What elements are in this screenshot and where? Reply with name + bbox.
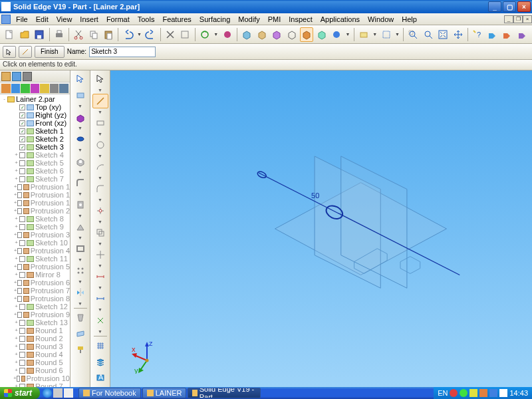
menu-modify[interactable]: Modify (234, 14, 263, 25)
round-tool[interactable] (72, 176, 88, 190)
tray-icon-4[interactable] (479, 389, 487, 397)
thinwall-tool[interactable] (72, 241, 88, 256)
finish-button[interactable]: Finish (35, 46, 65, 58)
tray-icon-3[interactable] (469, 389, 477, 397)
mdi-restore-button[interactable]: ❐ (513, 15, 523, 23)
close-button[interactable]: × (517, 1, 531, 12)
move-tool[interactable] (92, 247, 108, 262)
fillet-tool[interactable] (92, 182, 108, 196)
tree-item[interactable]: +Round 6 (0, 366, 70, 374)
tree-item[interactable]: +Sketch 9 (0, 223, 70, 231)
tree-item[interactable]: +Protrusion 9 (0, 311, 70, 319)
tree-item[interactable]: +Sketch 6 (0, 167, 70, 175)
mirror-tool[interactable] (72, 285, 88, 300)
undo-dropdown[interactable]: ▼ (136, 32, 142, 37)
rib-tool[interactable] (72, 219, 88, 234)
cube3-button[interactable] (270, 27, 284, 42)
grid-tool[interactable] (92, 338, 108, 353)
material-button[interactable] (220, 27, 234, 42)
view-triad[interactable]: z x y (130, 340, 164, 374)
tag2-button[interactable] (501, 27, 515, 42)
minimize-button[interactable]: _ (488, 1, 501, 12)
tree-root[interactable]: -Lainer 2.par (0, 95, 70, 103)
line-tool[interactable] (92, 94, 108, 108)
view-button[interactable] (379, 27, 393, 42)
cube2-button[interactable] (255, 27, 269, 42)
tree-item[interactable]: +Sketch 11 (0, 255, 70, 263)
tree-item[interactable]: +Protrusion 8 (0, 295, 70, 303)
hole-tool[interactable] (72, 198, 88, 212)
update-dropdown[interactable]: ▼ (213, 32, 219, 37)
copy-button[interactable] (86, 27, 100, 42)
menu-tools[interactable]: Tools (134, 14, 159, 25)
cube1-button[interactable] (240, 27, 254, 42)
menu-pmi[interactable]: PMI (264, 14, 285, 25)
new-button[interactable] (3, 27, 17, 42)
menu-features[interactable]: Features (158, 14, 195, 25)
protrusion-tool[interactable] (72, 110, 88, 124)
tree-tool-6[interactable] (50, 84, 59, 93)
dim-tool-1[interactable] (92, 269, 108, 284)
tray-icon-1[interactable] (450, 389, 458, 397)
tree-tool-5[interactable] (40, 84, 49, 93)
tree-item[interactable]: +Protrusion 1 (0, 199, 70, 207)
paint-tool[interactable] (72, 342, 88, 357)
circle-tool[interactable] (92, 138, 108, 152)
update-button[interactable] (198, 27, 212, 42)
offset-tool[interactable] (92, 225, 108, 240)
tree-item[interactable]: +Protrusion 2 (0, 207, 70, 215)
constraint-tool[interactable] (92, 313, 108, 328)
name-input[interactable] (89, 47, 156, 57)
redo-button[interactable] (144, 27, 158, 42)
tree-item[interactable]: +Sketch 8 (0, 215, 70, 223)
tree-item[interactable]: +Sketch 7 (0, 175, 70, 183)
print-button[interactable] (52, 27, 66, 42)
tree-item[interactable]: +Sketch 13 (0, 319, 70, 327)
tree-item[interactable]: +Sketch 5 (0, 159, 70, 167)
ql-app-icon[interactable] (64, 388, 73, 398)
tree-item[interactable]: +Sketch 4 (0, 151, 70, 159)
tree-item[interactable]: +Protrusion 6 (0, 279, 70, 287)
tree-tab-1[interactable] (1, 72, 11, 81)
cutout-tool[interactable] (72, 154, 88, 168)
maximize-button[interactable]: ▢ (503, 1, 516, 12)
menu-inspect[interactable]: Inspect (285, 14, 316, 25)
ribbon-select-icon[interactable] (3, 46, 16, 58)
pointer-tool[interactable] (92, 72, 108, 86)
tree-item[interactable]: +Round 2 (0, 334, 70, 342)
menu-file[interactable]: File (12, 14, 32, 25)
tree-item[interactable]: +Protrusion 1 (0, 183, 70, 191)
tag1-button[interactable] (485, 27, 499, 42)
start-button[interactable]: start (0, 387, 40, 399)
tree-item[interactable]: +Round 4 (0, 350, 70, 358)
save-button[interactable] (33, 27, 47, 42)
dim-tool-2[interactable] (92, 291, 108, 306)
config-dropdown[interactable]: ▼ (372, 32, 378, 37)
tree-item[interactable]: +Protrusion 4 (0, 247, 70, 255)
help-button[interactable]: ? (471, 27, 485, 42)
tree-tool-2[interactable] (11, 84, 21, 93)
tree-item[interactable]: +Round 7 (0, 382, 70, 387)
config-button[interactable] (357, 27, 371, 42)
fit-button[interactable] (436, 27, 450, 42)
draft-tool[interactable] (72, 311, 88, 325)
select-tool[interactable] (72, 72, 88, 86)
mdi-icon[interactable] (1, 15, 11, 24)
cube5-button[interactable] (315, 27, 329, 42)
undo-button[interactable] (121, 27, 135, 42)
mdi-close-button[interactable]: × (523, 15, 532, 23)
tree-item[interactable]: +Sketch 12 (0, 303, 70, 311)
tree-item[interactable]: ✓Sketch 1 (0, 127, 70, 135)
delete-button[interactable] (164, 27, 178, 42)
tree-tab-3[interactable] (23, 72, 32, 81)
layers-tool[interactable] (92, 354, 108, 369)
trim-tool[interactable] (92, 203, 108, 218)
arc-tool[interactable] (92, 160, 108, 174)
ribbon-sketch-icon[interactable] (19, 46, 32, 58)
paste-button[interactable] (102, 27, 116, 42)
tree-tool-1[interactable] (1, 84, 11, 93)
feature-tree[interactable]: -Lainer 2.par✓Top (xy)✓Right (yz)✓Front … (0, 94, 70, 387)
tree-item[interactable]: ✓Sketch 3 (0, 143, 70, 151)
tree-item[interactable]: +Protrusion 1 (0, 191, 70, 199)
menu-applications[interactable]: Applications (317, 14, 364, 25)
